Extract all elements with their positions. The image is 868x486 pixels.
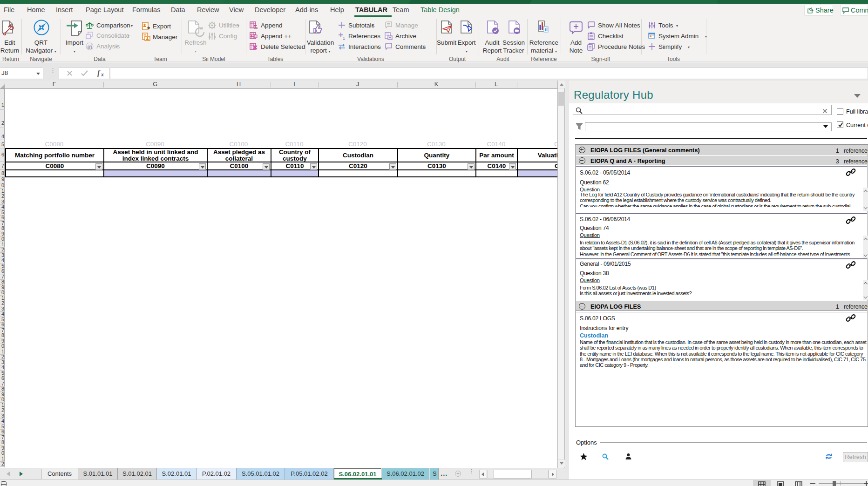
svg-text:1: 1: [343, 36, 345, 40]
